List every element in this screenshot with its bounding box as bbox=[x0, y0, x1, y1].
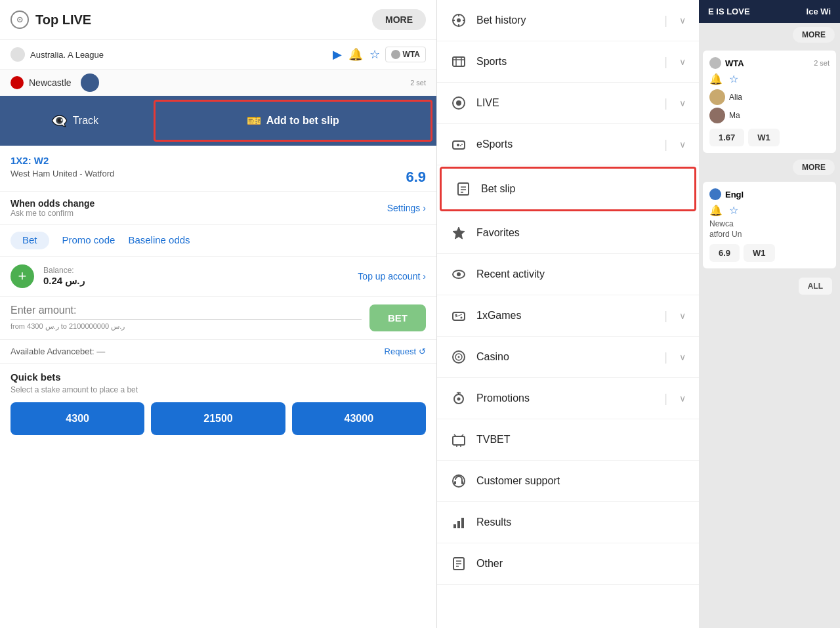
svg-rect-42 bbox=[454, 481, 456, 484]
top-live-header: ⊙ Top LIVE MORE bbox=[0, 0, 436, 40]
sidebar-item-promotions[interactable]: Promotions | ∨ bbox=[437, 378, 699, 419]
right-more-row: MORE bbox=[699, 23, 840, 47]
enter-amount-section: from 4300 ر.س to 2100000000 ر.س BET bbox=[0, 297, 436, 340]
amount-hint: from 4300 ر.س to 2100000000 ر.س bbox=[10, 322, 362, 331]
right-all-button[interactable]: ALL bbox=[799, 278, 832, 295]
live-label: LIVE bbox=[476, 97, 655, 109]
league-name: Australia. A League bbox=[30, 50, 327, 60]
sidebar-item-sports[interactable]: Sports | ∨ bbox=[437, 41, 699, 83]
more-button[interactable]: MORE bbox=[372, 9, 426, 30]
tab-promo-code[interactable]: Promo code bbox=[62, 232, 116, 249]
sports-icon bbox=[450, 53, 467, 70]
svg-rect-46 bbox=[461, 518, 464, 528]
quick-bets-subtitle: Select a stake amount to place a bet bbox=[10, 385, 426, 394]
sidebar-item-other[interactable]: Other bbox=[437, 543, 699, 585]
bet-slip-icon bbox=[455, 180, 472, 198]
svg-marker-21 bbox=[453, 227, 465, 239]
esports-icon bbox=[450, 136, 467, 153]
bet-match: West Ham United - Watford bbox=[10, 169, 114, 178]
star-icon[interactable]: ☆ bbox=[369, 47, 380, 62]
tvbet-label: TVBET bbox=[476, 434, 686, 446]
right-odds-btn-w1[interactable]: W1 bbox=[748, 129, 780, 146]
play-icon[interactable]: ▶ bbox=[333, 47, 342, 62]
quick-bet-button-2[interactable]: 21500 bbox=[151, 402, 285, 435]
request-link[interactable]: Request ↺ bbox=[385, 346, 426, 356]
balance-info: Balance: ر.س 0.24 bbox=[43, 266, 348, 287]
balance-label: Balance: bbox=[43, 266, 348, 275]
sidebar-item-1xgames[interactable]: 1xGames | ∨ bbox=[437, 295, 699, 337]
sidebar-item-customer-support[interactable]: Customer support bbox=[437, 461, 699, 502]
refresh-icon: ↺ bbox=[419, 346, 426, 356]
tab-baseline-odds[interactable]: Baseline odds bbox=[128, 232, 190, 249]
odds-change-info: When odds change Ask me to confirm bbox=[10, 198, 94, 218]
right-odds-btn-3[interactable]: 6.9 bbox=[709, 244, 740, 262]
sidebar-item-bet-history[interactable]: Bet history | ∨ bbox=[437, 0, 699, 41]
svg-rect-24 bbox=[453, 312, 465, 320]
svg-rect-44 bbox=[453, 524, 456, 528]
live-icon bbox=[450, 94, 467, 112]
svg-rect-43 bbox=[461, 481, 463, 484]
bell-icon[interactable]: 🔔 bbox=[348, 47, 363, 62]
sidebar-item-favorites[interactable]: Favorites bbox=[437, 213, 699, 254]
right-more-button-2[interactable]: MORE bbox=[793, 159, 835, 175]
amount-input[interactable] bbox=[10, 304, 362, 320]
tab-bet[interactable]: Bet bbox=[10, 232, 49, 249]
right-odds-row-1: 1.67 W1 bbox=[709, 129, 830, 146]
right-header-ice: Ice Wi bbox=[807, 7, 831, 16]
sidebar-item-recent-activity[interactable]: Recent activity bbox=[437, 254, 699, 295]
right-star-icon-2[interactable]: ☆ bbox=[729, 204, 738, 217]
svg-rect-36 bbox=[453, 436, 465, 445]
team-name: Newcastle bbox=[29, 77, 72, 88]
right-bell-icon-2[interactable]: 🔔 bbox=[709, 204, 723, 217]
set-label: 2 set bbox=[814, 59, 830, 67]
add-to-bet-slip-button[interactable]: 🎫 Add to bet slip bbox=[154, 100, 432, 142]
sidebar-item-live[interactable]: LIVE | ∨ bbox=[437, 83, 699, 124]
promotions-chevron: ∨ bbox=[679, 393, 686, 404]
team-badge-red bbox=[10, 76, 24, 89]
bet-type: 1X2: W2 bbox=[10, 155, 426, 166]
wta-label: WTA bbox=[725, 58, 744, 68]
track-icon: 👁‍🗨 bbox=[51, 113, 68, 129]
right-odds-btn-w1-2[interactable]: W1 bbox=[744, 244, 775, 262]
amount-input-wrapper: from 4300 ر.س to 2100000000 ر.س bbox=[10, 304, 362, 331]
results-icon bbox=[450, 514, 467, 531]
bet-submit-button[interactable]: BET bbox=[369, 304, 426, 331]
balance-amount: ر.س 0.24 bbox=[43, 275, 348, 287]
add-balance-button[interactable]: + bbox=[10, 264, 34, 288]
right-odds-btn-1[interactable]: 1.67 bbox=[709, 129, 744, 146]
odds-change-row: When odds change Ask me to confirm Setti… bbox=[0, 192, 436, 225]
quick-bet-button-1[interactable]: 4300 bbox=[10, 402, 144, 435]
action-overlay: 👁‍🗨 Track 🎫 Add to bet slip bbox=[0, 96, 436, 146]
recent-activity-icon bbox=[450, 266, 467, 283]
right-bell-icon[interactable]: 🔔 bbox=[709, 73, 723, 85]
recent-activity-label: Recent activity bbox=[476, 268, 686, 280]
promotions-label: Promotions bbox=[476, 392, 655, 404]
quick-bet-button-3[interactable]: 43000 bbox=[292, 402, 426, 435]
sports-label: Sports bbox=[476, 56, 655, 68]
advancebet-row: Available Advancebet: — Request ↺ bbox=[0, 340, 436, 364]
sidebar-item-bet-slip[interactable]: Bet slip bbox=[440, 167, 696, 211]
bet-history-icon bbox=[450, 12, 467, 29]
sidebar-item-casino[interactable]: Casino | ∨ bbox=[437, 337, 699, 378]
sidebar-item-tvbet[interactable]: TVBET bbox=[437, 419, 699, 461]
right-star-icon[interactable]: ☆ bbox=[729, 73, 738, 85]
topup-link[interactable]: Top up account › bbox=[358, 271, 426, 282]
odds-change-title: When odds change bbox=[10, 198, 94, 209]
svg-rect-45 bbox=[457, 521, 460, 528]
bet-slip-icon: 🎫 bbox=[247, 114, 261, 128]
svg-point-26 bbox=[461, 317, 463, 319]
other-label: Other bbox=[476, 558, 686, 570]
player2-avatar bbox=[709, 108, 725, 123]
bet-odds: 6.9 bbox=[406, 169, 426, 186]
bet-slip-label: Bet slip bbox=[481, 183, 681, 195]
svg-rect-17 bbox=[458, 183, 469, 195]
watford-label: atford bbox=[709, 230, 730, 239]
right-more-button[interactable]: MORE bbox=[793, 27, 835, 43]
sidebar-item-results[interactable]: Results bbox=[437, 502, 699, 543]
sidebar-item-esports[interactable]: eSports | ∨ bbox=[437, 124, 699, 165]
track-button[interactable]: 👁‍🗨 Track bbox=[0, 101, 150, 140]
settings-link[interactable]: Settings › bbox=[387, 203, 426, 213]
league-icon bbox=[10, 47, 25, 62]
1xgames-label: 1xGames bbox=[476, 310, 655, 322]
wta-icon bbox=[709, 57, 721, 69]
